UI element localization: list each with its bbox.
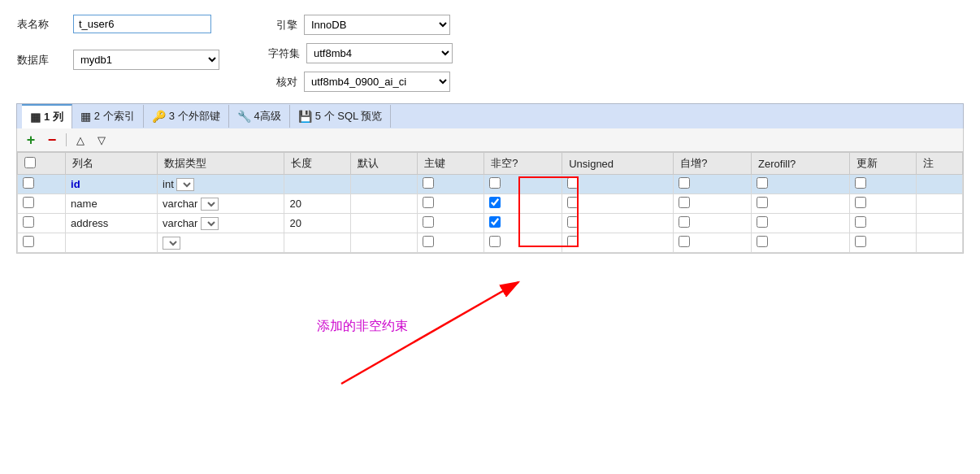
row-select-cell (18, 194, 66, 214)
select-all-checkbox[interactable] (24, 157, 36, 168)
notnull-checkbox[interactable] (489, 197, 501, 208)
zerofill-checkbox[interactable] (757, 177, 768, 189)
col-checkbox-header (18, 153, 66, 175)
charset-select[interactable]: utf8mb4 (306, 43, 453, 63)
engine-label: 引擎 (268, 18, 297, 33)
col-zerofill-cell (752, 175, 850, 194)
row-checkbox[interactable] (23, 197, 34, 208)
annotation-text: 添加的非空约束 (317, 318, 408, 335)
col-zerofill-header: Zerofill? (752, 153, 850, 175)
notnull-checkbox[interactable] (489, 177, 501, 189)
col-update-cell (849, 194, 916, 214)
col-unsigned-cell (562, 175, 674, 194)
zerofill-checkbox[interactable] (757, 236, 768, 247)
tab-advanced[interactable]: 🔧 4高级 (229, 105, 290, 128)
engine-select[interactable]: InnoDB (304, 15, 450, 35)
table-row: name varchar ▼ 20 (18, 194, 963, 214)
database-select[interactable]: mydb1 (73, 50, 219, 70)
col-length-cell: 20 (284, 194, 351, 214)
pk-checkbox[interactable] (423, 236, 434, 247)
database-row: 数据库 mydb1 (16, 50, 219, 70)
col-autoincrement-header: 自增? (674, 153, 752, 175)
col-notnull-header: 非空? (484, 153, 562, 175)
unsigned-checkbox[interactable] (567, 177, 579, 189)
pk-checkbox[interactable] (423, 197, 434, 208)
tab-columns-label: 1 列 (44, 110, 63, 124)
tab-columns[interactable]: ▦ 1 列 (22, 104, 72, 128)
autoincrement-checkbox[interactable] (679, 236, 690, 247)
row-checkbox[interactable] (23, 236, 34, 247)
form-section: 表名称 数据库 mydb1 引擎 InnoDB 字符集 utf8mb (16, 15, 964, 92)
collate-label: 核对 (268, 75, 297, 89)
col-default-cell (351, 194, 418, 214)
col-unsigned-header: Unsigned (562, 153, 674, 175)
col-name-cell: id (66, 175, 158, 194)
tab-indexes[interactable]: ▦ 2 个索引 (72, 105, 144, 128)
autoincrement-checkbox[interactable] (679, 216, 690, 228)
type-dropdown[interactable]: ▼ (176, 178, 194, 191)
row-checkbox[interactable] (23, 216, 34, 228)
col-name-cell: name (66, 194, 158, 214)
col-autoincrement-cell (674, 233, 752, 253)
pk-checkbox[interactable] (423, 216, 434, 228)
col-pk-cell (418, 233, 484, 253)
table-name-input[interactable] (73, 15, 211, 33)
tab-foreign-keys[interactable]: 🔑 3 个外部键 (144, 105, 229, 128)
engine-row: 引擎 InnoDB (268, 15, 453, 35)
tab-columns-icon: ▦ (30, 111, 41, 124)
col-pk-header: 主键 (418, 153, 484, 175)
update-checkbox[interactable] (855, 216, 866, 228)
table-row: address varchar ▼ 20 (18, 214, 963, 233)
col-length-cell: 20 (284, 214, 351, 233)
tab-sql-preview[interactable]: 💾 5 个 SQL 预览 (290, 105, 392, 128)
col-note-cell (916, 175, 962, 194)
move-up-button[interactable]: △ (72, 131, 89, 149)
col-type-cell: int ▼ (158, 175, 284, 194)
col-length-header: 长度 (284, 153, 351, 175)
data-table-wrapper: 列名 数据类型 长度 默认 主键 非空? Unsigned 自增? Zerofi… (16, 152, 964, 254)
col-name-header: 列名 (66, 153, 158, 175)
type-dropdown[interactable]: ▼ (163, 237, 180, 250)
col-pk-cell (418, 214, 484, 233)
update-checkbox[interactable] (855, 236, 866, 247)
col-update-cell (849, 233, 916, 253)
row-checkbox[interactable] (23, 177, 34, 189)
type-dropdown[interactable]: ▼ (201, 198, 219, 211)
col-note-cell (916, 194, 962, 214)
autoincrement-checkbox[interactable] (679, 177, 690, 189)
tab-advanced-label: 4高级 (254, 109, 281, 124)
unsigned-checkbox[interactable] (567, 216, 579, 228)
tab-sql-icon: 💾 (298, 110, 312, 123)
charset-row: 字符集 utf8mb4 (268, 43, 453, 63)
col-default-cell (351, 214, 418, 233)
col-notnull-cell (484, 233, 562, 253)
pk-checkbox[interactable] (423, 177, 434, 189)
update-checkbox[interactable] (855, 177, 866, 189)
col-note-cell (916, 214, 962, 233)
remove-row-button[interactable]: − (43, 131, 61, 149)
tab-sql-label: 5 个 SQL 预览 (315, 109, 383, 124)
unsigned-checkbox[interactable] (567, 197, 579, 208)
col-pk-cell (418, 194, 484, 214)
move-down-button[interactable]: ▽ (93, 131, 111, 149)
col-zerofill-cell (752, 214, 850, 233)
col-unsigned-cell (562, 194, 674, 214)
unsigned-checkbox[interactable] (567, 236, 579, 247)
table-header-row: 列名 数据类型 长度 默认 主键 非空? Unsigned 自增? Zerofi… (18, 153, 963, 175)
add-row-button[interactable]: + (22, 131, 40, 149)
update-checkbox[interactable] (855, 197, 866, 208)
type-dropdown[interactable]: ▼ (201, 217, 219, 230)
col-type-cell: ▼ (158, 233, 284, 253)
col-update-cell (849, 175, 916, 194)
notnull-checkbox[interactable] (489, 236, 501, 247)
zerofill-checkbox[interactable] (757, 197, 768, 208)
zerofill-checkbox[interactable] (757, 216, 768, 228)
tab-indexes-icon: ▦ (80, 110, 91, 123)
tabs-bar: ▦ 1 列 ▦ 2 个索引 🔑 3 个外部键 🔧 4高级 💾 5 个 SQL 预… (16, 103, 964, 128)
col-name-cell: address (66, 214, 158, 233)
autoincrement-checkbox[interactable] (679, 197, 690, 208)
notnull-checkbox[interactable] (489, 216, 501, 228)
col-notnull-cell (484, 175, 562, 194)
left-form: 表名称 数据库 mydb1 (16, 15, 219, 78)
collate-select[interactable]: utf8mb4_0900_ai_ci (304, 72, 450, 92)
